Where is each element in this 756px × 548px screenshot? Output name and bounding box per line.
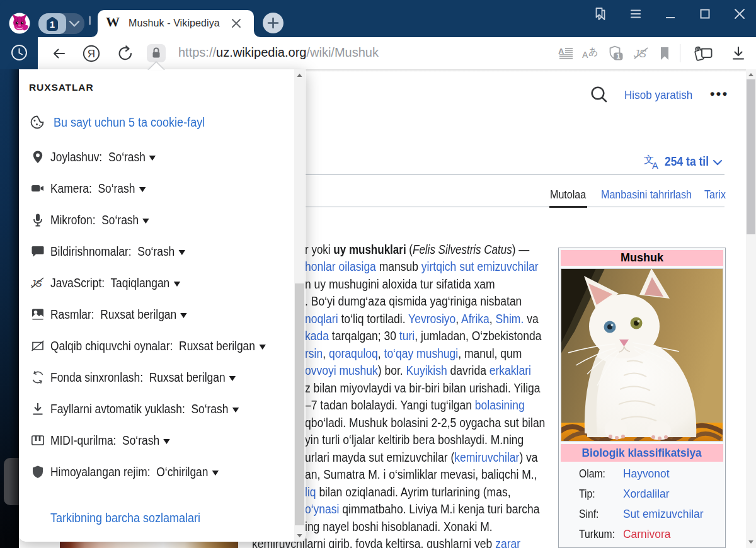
svg-text:Я: Я [88, 48, 95, 60]
svg-text:1: 1 [616, 52, 620, 60]
svg-text:あ: あ [588, 46, 598, 57]
svg-text:1: 1 [50, 19, 55, 30]
svg-text:A: A [582, 50, 588, 60]
svg-text:A: A [652, 161, 658, 170]
